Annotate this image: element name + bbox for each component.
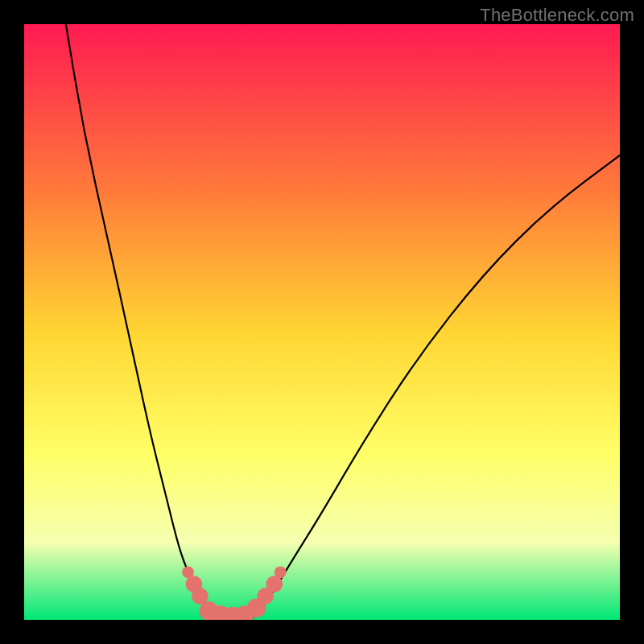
watermark-text: TheBottleneck.com [480,5,634,26]
marker-point [192,588,208,605]
marker-point [275,566,287,578]
gradient-background [24,24,620,620]
bottleneck-chart [24,24,620,620]
plot-frame [24,24,620,620]
marker-point [266,576,283,592]
